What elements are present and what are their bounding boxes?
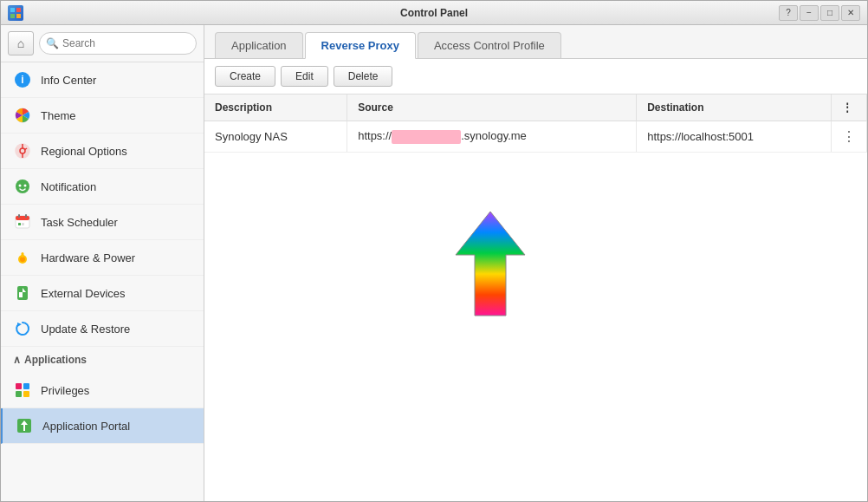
sidebar-item-notification[interactable]: Notification	[1, 169, 204, 205]
control-panel-window: Control Panel ? − □ ✕ ⌂ 🔍	[0, 0, 868, 502]
svg-rect-3	[16, 14, 21, 18]
edit-button[interactable]: Edit	[281, 66, 328, 87]
svg-rect-23	[22, 252, 24, 258]
applications-chevron: ∧	[13, 354, 21, 366]
source-redacted	[392, 130, 461, 144]
privileges-icon	[13, 381, 32, 400]
svg-rect-28	[23, 383, 29, 389]
table-row: Synology NAS https://.synology.me https:…	[204, 121, 867, 153]
svg-rect-29	[16, 391, 22, 397]
cell-description: Synology NAS	[204, 121, 347, 153]
svg-point-13	[19, 185, 22, 187]
sidebar-item-application-portal[interactable]: Application Portal	[1, 408, 204, 444]
sidebar-item-label: Regional Options	[41, 145, 127, 158]
svg-rect-30	[23, 391, 29, 397]
table-header-row: Description Source Destination ⋮	[204, 95, 867, 121]
info-center-icon: i	[13, 70, 32, 89]
right-panel: Application Reverse Proxy Access Control…	[204, 25, 867, 501]
svg-text:i: i	[21, 74, 23, 86]
col-destination: Destination	[637, 95, 832, 121]
col-source: Source	[347, 95, 637, 121]
regional-options-icon	[13, 141, 32, 160]
sidebar-item-label: Hardware & Power	[41, 251, 135, 264]
svg-rect-18	[25, 214, 27, 218]
sidebar-item-label: Privileges	[41, 384, 89, 397]
sidebar: ⌂ 🔍 i Info Center	[1, 25, 204, 501]
tab-application[interactable]: Application	[215, 32, 303, 58]
update-restore-icon	[13, 319, 32, 338]
app-icon	[8, 5, 23, 21]
sidebar-item-label: Application Portal	[42, 420, 130, 433]
hardware-power-icon	[13, 248, 32, 267]
external-devices-icon	[13, 284, 32, 303]
sidebar-item-label: Theme	[41, 109, 75, 122]
sidebar-item-label: Info Center	[41, 74, 96, 87]
cell-source: https://.synology.me	[347, 121, 637, 153]
close-button[interactable]: ✕	[841, 5, 860, 21]
tab-access-control-profile[interactable]: Access Control Profile	[418, 32, 561, 58]
sidebar-item-privileges[interactable]: Privileges	[1, 373, 204, 408]
window-title: Control Panel	[400, 7, 468, 19]
svg-rect-2	[10, 14, 15, 18]
search-icon: 🔍	[46, 37, 59, 49]
cell-destination: https://localhost:5001	[637, 121, 832, 153]
task-scheduler-icon	[13, 212, 32, 231]
notification-icon	[13, 177, 32, 196]
tabs: Application Reverse Proxy Access Control…	[204, 25, 867, 59]
maximize-button[interactable]: □	[820, 5, 839, 21]
sidebar-item-update-restore[interactable]: Update & Restore	[1, 311, 204, 347]
tab-reverse-proxy[interactable]: Reverse Proxy	[305, 32, 416, 59]
sidebar-item-hardware-power[interactable]: Hardware & Power	[1, 240, 204, 276]
svg-point-14	[24, 185, 27, 187]
source-prefix: https://	[358, 129, 392, 142]
titlebar-left	[8, 5, 23, 21]
create-button[interactable]: Create	[215, 66, 275, 87]
sidebar-top-row: ⌂ 🔍	[1, 25, 204, 62]
svg-rect-20	[22, 223, 24, 225]
minimize-button[interactable]: −	[800, 5, 819, 21]
sidebar-item-regional-options[interactable]: Regional Options	[1, 134, 204, 169]
applications-section-header[interactable]: ∧ Applications	[1, 347, 204, 373]
svg-rect-16	[16, 216, 29, 220]
home-icon: ⌂	[17, 36, 24, 50]
search-input[interactable]	[39, 32, 197, 55]
sidebar-item-task-scheduler[interactable]: Task Scheduler	[1, 205, 204, 240]
svg-point-12	[16, 179, 29, 193]
sidebar-item-label: External Devices	[41, 287, 126, 300]
col-more: ⋮	[832, 95, 867, 121]
col-description: Description	[204, 95, 347, 121]
search-wrap: 🔍	[39, 32, 197, 55]
cell-more[interactable]: ⋮	[832, 121, 867, 153]
home-button[interactable]: ⌂	[8, 31, 34, 55]
help-button[interactable]: ?	[779, 5, 798, 21]
svg-rect-19	[18, 223, 21, 225]
arrow-overlay	[447, 207, 534, 323]
svg-rect-17	[18, 214, 20, 218]
sidebar-item-info-center[interactable]: i Info Center	[1, 62, 204, 98]
toolbar: Create Edit Delete	[204, 59, 867, 95]
reverse-proxy-table: Description Source Destination ⋮ Synolog…	[204, 95, 867, 153]
sidebar-item-label: Update & Restore	[41, 323, 130, 336]
main-content: ⌂ 🔍 i Info Center	[1, 25, 867, 501]
svg-rect-1	[16, 8, 21, 12]
application-portal-icon	[15, 416, 34, 435]
sidebar-item-label: Task Scheduler	[41, 216, 118, 229]
svg-rect-27	[16, 383, 22, 389]
svg-marker-33	[456, 212, 525, 316]
table-container: Description Source Destination ⋮ Synolog…	[204, 95, 867, 501]
sidebar-item-theme[interactable]: Theme	[1, 98, 204, 134]
titlebar: Control Panel ? − □ ✕	[1, 1, 867, 25]
svg-marker-26	[17, 323, 22, 327]
delete-button[interactable]: Delete	[334, 66, 393, 87]
sidebar-item-external-devices[interactable]: External Devices	[1, 276, 204, 311]
window-controls: ? − □ ✕	[779, 5, 860, 21]
source-suffix: .synology.me	[461, 129, 527, 142]
sidebar-item-label: Notification	[41, 180, 96, 193]
theme-icon	[13, 106, 32, 125]
applications-label: Applications	[24, 354, 87, 366]
sidebar-nav: i Info Center Theme Regional Opti	[1, 62, 204, 501]
svg-rect-0	[10, 8, 15, 12]
